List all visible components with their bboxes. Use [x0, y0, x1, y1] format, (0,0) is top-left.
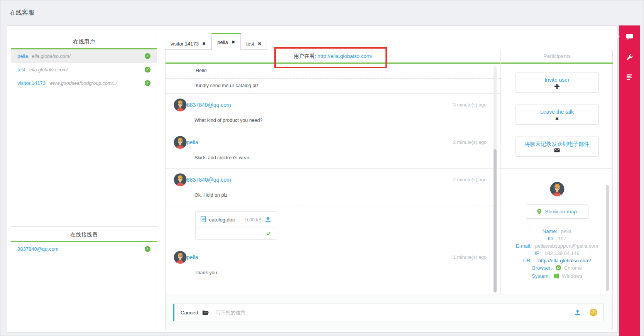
message-list: Hello Kindly send me ur catalog plz 8837…: [166, 64, 500, 294]
message-text: Hello: [196, 68, 487, 73]
chat-message: pella 1 minute(s) ago Thank you: [166, 246, 500, 283]
user-current-url: www.goodseafoodgroup.com/../: [49, 81, 141, 86]
message-composer[interactable]: Canned: [173, 304, 604, 321]
sender-name-link[interactable]: pella: [187, 139, 198, 145]
chat-message: W catolog.doc 9.00 kB ✔: [166, 206, 500, 246]
avatar: [550, 182, 565, 196]
viewing-url-bar: 用户在看: http://ella.globalso.com/: [166, 50, 500, 64]
participants-action-button[interactable]: Invite user ✖: [516, 73, 599, 93]
detail-label: System:: [532, 273, 550, 279]
viewing-label: 用户在看:: [294, 53, 316, 59]
message-text: Skirts and children's wear: [194, 155, 487, 160]
online-users-header: 在线用户: [11, 34, 157, 49]
list-icon[interactable]: [627, 74, 632, 80]
sender-name-link[interactable]: 8837840@qq.com: [187, 177, 231, 183]
wrench-icon[interactable]: [626, 54, 633, 61]
user-name-link[interactable]: pella: [17, 53, 28, 59]
chat-scrollbar[interactable]: [494, 66, 497, 293]
emoji-icon[interactable]: [590, 309, 597, 316]
avatar: [174, 251, 187, 264]
close-icon[interactable]: ✖: [232, 40, 235, 45]
online-status-icon: ✔: [145, 53, 150, 59]
file-name: catolog.doc: [209, 217, 235, 223]
operator-name-link[interactable]: 8837840@qq.com: [17, 246, 58, 252]
chat-tab[interactable]: test ✖: [241, 38, 267, 50]
viewing-url-link[interactable]: http://ella.globalso.com/: [318, 53, 372, 59]
location-pin-icon: [537, 209, 541, 214]
avatar: [174, 98, 187, 111]
message-text: Ok, Hold on plz: [194, 192, 487, 198]
folder-icon[interactable]: [202, 310, 209, 315]
online-support-app: { "page": {"title": "在线客服"}, "colors": {…: [0, 0, 644, 336]
detail-row: System: Windows: [501, 272, 613, 280]
detail-row: E-mail: pellawebsupport@pella.com: [501, 242, 613, 250]
participants-actions: Invite user ✖ Leave the: [501, 64, 613, 157]
chat-message: 8837840@qq.com 3 minute(s) ago What kind…: [166, 94, 500, 131]
chat-tab[interactable]: pella ✖: [211, 33, 241, 50]
detail-label: Name:: [543, 228, 557, 234]
participants-panel: Participants Invite user ✖: [501, 50, 613, 294]
chat-column: 用户在看: http://ella.globalso.com/ Hello Ki…: [166, 50, 501, 294]
participants-action-button[interactable]: Leave the talk ✖: [516, 105, 599, 125]
avatar: [174, 136, 187, 149]
detail-row: Browser: Chrome: [501, 264, 613, 272]
download-icon[interactable]: [265, 216, 271, 223]
detail-row: URL: http://ella.globalso.com/: [501, 257, 613, 264]
sender-name-link[interactable]: 8837840@qq.com: [187, 102, 231, 108]
operator-list-item[interactable]: 8837840@qq.com ✔: [11, 242, 157, 256]
message-timestamp: 2 minute(s) ago: [453, 140, 487, 145]
message-input[interactable]: [216, 310, 566, 316]
windows-icon: [554, 273, 559, 280]
detail-label: IP:: [535, 250, 541, 256]
user-list-item[interactable]: visitor.14173 www.goodseafoodgroup.com/.…: [11, 76, 157, 90]
detail-row: IP: 182.139.64.146: [501, 250, 613, 257]
message-timestamp: 2 minute(s) ago: [453, 177, 487, 182]
user-list-item[interactable]: pella ella.globalso.com/ ✔: [11, 49, 157, 63]
user-name-link[interactable]: test: [17, 67, 25, 73]
chat-tab[interactable]: visitor.14173 ✖: [165, 38, 211, 50]
main-panel: 在线用户 pella ella.globalso.com/ ✔ test ell…: [7, 25, 618, 333]
user-list-item[interactable]: test ella.globalso.com/ ✔: [11, 63, 157, 76]
detail-label: Browser:: [532, 265, 552, 271]
online-users-panel: 在线用户 pella ella.globalso.com/ ✔ test ell…: [11, 34, 157, 227]
chat-bubble-icon[interactable]: [626, 34, 633, 40]
active-rail-pointer: [614, 32, 620, 41]
user-current-url: ella.globalso.com/: [32, 54, 141, 59]
user-name-link[interactable]: visitor.14173: [17, 80, 46, 86]
visitor-detail-panel: Show on map Name: pella: [501, 169, 613, 280]
online-status-icon: ✔: [145, 80, 150, 86]
close-icon[interactable]: ✖: [202, 41, 206, 46]
plus-icon: [554, 84, 559, 90]
close-icon[interactable]: ✖: [258, 41, 261, 46]
message-timestamp: 1 minute(s) ago: [453, 255, 487, 260]
sender-name-link[interactable]: pella: [187, 254, 198, 260]
detail-value: pella: [561, 228, 571, 234]
detail-row: ID: 107: [501, 235, 613, 242]
chat-message: Kindly send me ur catalog plz: [166, 79, 500, 94]
detail-value: Windows: [562, 273, 582, 279]
chat-message: 8837840@qq.com 2 minute(s) ago Ok, Hold …: [166, 169, 500, 206]
detail-value: 182.139.64.146: [544, 250, 579, 256]
participants-action-button[interactable]: 将聊天记录发送到电子邮件 ✖: [516, 137, 599, 157]
detail-label: URL:: [523, 258, 535, 263]
detail-scrollbar[interactable]: [606, 185, 609, 291]
word-doc-icon: W: [200, 216, 206, 223]
svg-text:W: W: [202, 218, 205, 221]
chat-message: Hello: [166, 64, 500, 79]
composer-footer: Canned: [166, 294, 612, 329]
detail-value: Chrome: [564, 265, 582, 271]
canned-button[interactable]: Canned: [181, 310, 198, 316]
detail-label: E-mail:: [516, 243, 531, 249]
user-current-url: ella.globalso.com/: [29, 67, 141, 73]
chat-scrollbar-thumb[interactable]: [494, 149, 497, 292]
close-icon: ✖: [555, 116, 559, 122]
file-size: 9.00 kB: [245, 217, 262, 223]
upload-icon[interactable]: [574, 309, 581, 316]
detail-value: 107: [558, 236, 566, 241]
visitor-details: Name: pella ID:: [501, 228, 613, 280]
online-operators-list: 8837840@qq.com ✔: [11, 242, 157, 256]
message-text: What kind of product you need?: [194, 118, 487, 123]
detail-value: http://ella.globalso.com/: [538, 258, 591, 263]
show-on-map-button[interactable]: Show on map: [526, 204, 588, 219]
file-attachment[interactable]: W catolog.doc 9.00 kB ✔: [195, 211, 276, 240]
